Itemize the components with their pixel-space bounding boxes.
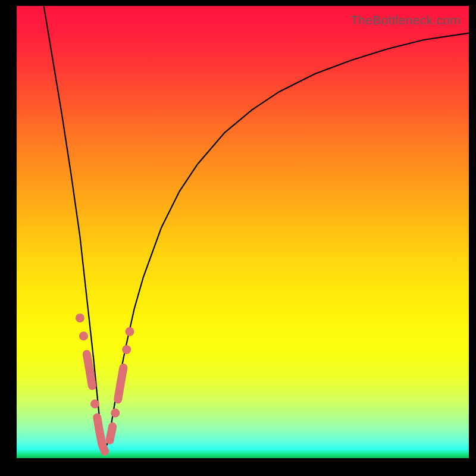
highlight-pill (110, 427, 113, 440)
highlight-dot (76, 314, 84, 322)
highlight-pill (102, 444, 105, 451)
highlight-dot (79, 331, 88, 340)
highlight-dot (90, 399, 99, 408)
highlight-dot (122, 345, 131, 354)
plot-area: TheBottleneck.com (17, 6, 469, 458)
chart-frame: TheBottleneck.com (0, 0, 476, 476)
curve-svg (17, 6, 469, 458)
bottleneck-curve (44, 6, 469, 449)
highlight-pill (120, 368, 123, 386)
highlight-dot (126, 327, 134, 336)
highlight-dot (111, 409, 120, 418)
highlight-markers (76, 314, 134, 452)
highlight-pill (90, 372, 92, 386)
